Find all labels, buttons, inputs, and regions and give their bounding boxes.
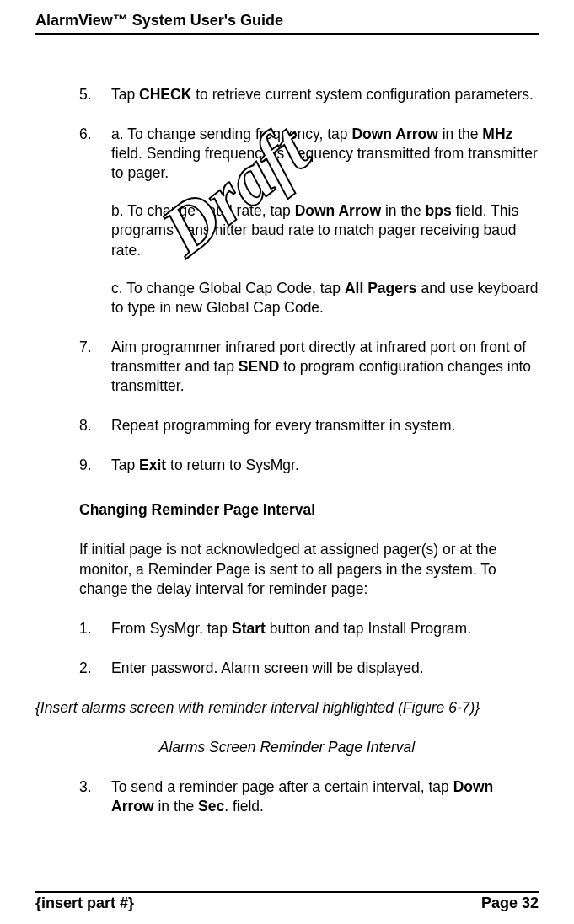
list-item-paragraph: a. To change sending frequency, tap Down… — [111, 125, 539, 183]
list-item-number: 1. — [79, 619, 111, 638]
ordered-list-c: 3.To send a reminder page after a certai… — [79, 777, 539, 816]
text-run: All Pagers — [345, 280, 417, 296]
list-item-number: 9. — [79, 456, 111, 475]
text-run: to return to SysMgr. — [166, 457, 299, 473]
list-item-paragraph: Repeat programming for every transmitter… — [111, 416, 539, 435]
text-run: Exit — [139, 457, 166, 473]
text-run: Down Arrow — [295, 202, 381, 219]
text-run: MHz — [482, 126, 512, 142]
list-item-body: To send a reminder page after a certain … — [111, 777, 539, 816]
list-item-paragraph: To send a reminder page after a certain … — [111, 777, 539, 816]
text-run: c. To change Global Cap Code, tap — [111, 280, 345, 296]
text-run: Repeat programming for every transmitter… — [111, 417, 455, 434]
list-item-paragraph: b. To change baud rate, tap Down Arrow i… — [111, 201, 539, 259]
list-item-paragraph: Tap Exit to return to SysMgr. — [111, 456, 539, 475]
text-run: From SysMgr, tap — [111, 620, 232, 637]
ordered-list-a: 5.Tap CHECK to retrieve current system c… — [79, 85, 539, 475]
list-item-number: 2. — [79, 659, 111, 678]
section-intro-paragraph: If initial page is not acknowledged at a… — [79, 540, 539, 598]
section-heading: Changing Reminder Page Interval — [79, 500, 539, 520]
list-item-body: Enter password. Alarm screen will be dis… — [111, 659, 539, 678]
list-item-number: 3. — [79, 777, 111, 816]
text-run: in the — [438, 126, 483, 142]
figure-caption: Alarms Screen Reminder Page Interval — [35, 738, 539, 757]
text-run: to retrieve current system configuration… — [191, 86, 534, 103]
page-header: AlarmView™ System User's Guide — [35, 0, 539, 29]
list-item-paragraph: Enter password. Alarm screen will be dis… — [111, 659, 539, 678]
list-item-body: Repeat programming for every transmitter… — [111, 416, 539, 435]
text-run: Tap — [111, 457, 139, 473]
document-page: AlarmView™ System User's Guide Draft 5.T… — [0, 0, 574, 924]
footer-rule — [35, 891, 539, 893]
text-run: Start — [232, 620, 266, 637]
list-item: 8.Repeat programming for every transmitt… — [79, 416, 539, 435]
list-item-number: 5. — [79, 85, 111, 104]
list-item-body: a. To change sending frequency, tap Down… — [111, 125, 539, 318]
page-footer: {insert part #} Page 32 — [35, 891, 539, 912]
text-run: Down Arrow — [351, 126, 437, 142]
text-run: SEND — [239, 358, 280, 375]
list-item-number: 7. — [79, 338, 111, 396]
list-item-number: 6. — [79, 125, 111, 318]
list-item: 9.Tap Exit to return to SysMgr. — [79, 456, 539, 475]
text-run: To send a reminder page after a certain … — [111, 778, 453, 795]
text-run: a. To change sending frequency, tap — [111, 126, 351, 142]
footer-left-placeholder: {insert part #} — [35, 895, 134, 912]
document-title: AlarmView™ System User's Guide — [35, 12, 283, 29]
text-run: Enter password. Alarm screen will be dis… — [111, 660, 424, 676]
insert-placeholder-note: {Insert alarms screen with reminder inte… — [35, 698, 539, 718]
text-run: . field. — [224, 798, 264, 815]
text-run: CHECK — [139, 86, 191, 103]
list-item-body: Tap Exit to return to SysMgr. — [111, 456, 539, 475]
list-item-paragraph: c. To change Global Cap Code, tap All Pa… — [111, 279, 539, 318]
list-item: 3.To send a reminder page after a certai… — [79, 777, 539, 816]
text-run: field. Sending frequency is frequency tr… — [111, 145, 538, 181]
list-item: 1.From SysMgr, tap Start button and tap … — [79, 619, 539, 638]
list-item: 2.Enter password. Alarm screen will be d… — [79, 659, 539, 678]
list-item-body: Tap CHECK to retrieve current system con… — [111, 85, 539, 104]
list-item-paragraph: Aim programmer infrared port directly at… — [111, 338, 539, 396]
text-run: button and tap Install Program. — [266, 620, 471, 637]
text-run: Sec — [198, 798, 224, 815]
list-item-body: Aim programmer infrared port directly at… — [111, 338, 539, 396]
list-item-paragraph: Tap CHECK to retrieve current system con… — [111, 85, 539, 104]
ordered-list-b: 1.From SysMgr, tap Start button and tap … — [79, 619, 539, 678]
list-item: 5.Tap CHECK to retrieve current system c… — [79, 85, 539, 104]
text-run: Tap — [111, 86, 139, 103]
list-item-paragraph: From SysMgr, tap Start button and tap In… — [111, 619, 539, 638]
text-run: in the — [154, 798, 199, 815]
body-content: 5.Tap CHECK to retrieve current system c… — [35, 35, 539, 816]
list-item: 7.Aim programmer infrared port directly … — [79, 338, 539, 396]
text-run: b. To change baud rate, tap — [111, 202, 295, 219]
footer-page-number: Page 32 — [481, 895, 539, 912]
list-item: 6.a. To change sending frequency, tap Do… — [79, 125, 539, 318]
list-item-body: From SysMgr, tap Start button and tap In… — [111, 619, 539, 638]
text-run: bps — [426, 202, 452, 219]
list-item-number: 8. — [79, 416, 111, 435]
text-run: in the — [381, 202, 426, 219]
